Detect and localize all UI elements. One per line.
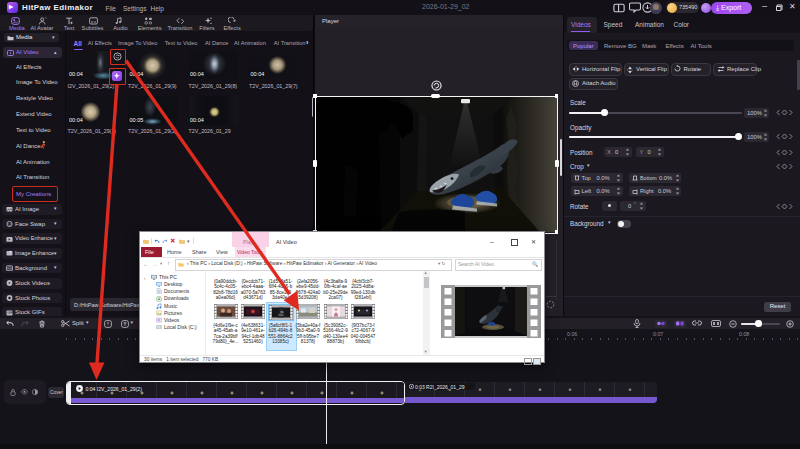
svg-text:GIF: GIF: [7, 311, 13, 315]
